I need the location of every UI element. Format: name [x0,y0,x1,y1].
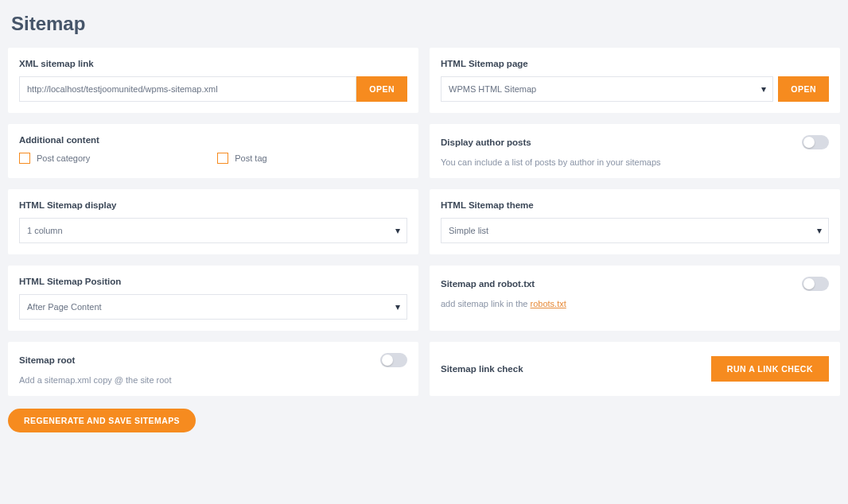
xml-sitemap-open-button[interactable]: Open [356,76,407,102]
checkbox-post-category-label: Post category [37,153,90,163]
label-xml-sitemap-link: XML sitemap link [19,59,407,68]
card-display-author-posts: Display author posts You can include a l… [430,124,840,178]
card-html-sitemap-theme: HTML Sitemap theme Simple list [430,189,840,254]
label-sitemap-robot: Sitemap and robot.txt [441,279,535,289]
card-xml-sitemap-link: XML sitemap link Open [8,48,418,113]
label-html-sitemap-theme: HTML Sitemap theme [441,200,829,210]
desc-display-author-posts: You can include a list of posts by autho… [441,157,829,167]
card-html-sitemap-display: HTML Sitemap display 1 column [8,189,418,254]
label-additional-content: Additional content [19,135,407,145]
robots-txt-link[interactable]: robots.txt [531,299,566,308]
html-sitemap-theme-select[interactable]: Simple list [441,218,829,243]
label-html-sitemap-display: HTML Sitemap display [19,200,407,210]
toggle-display-author-posts[interactable] [802,135,829,149]
html-sitemap-open-button[interactable]: Open [778,76,829,102]
html-sitemap-position-select[interactable]: After Page Content [19,294,407,320]
card-sitemap-robot: Sitemap and robot.txt add sitemap link i… [430,266,840,331]
label-html-sitemap-page: HTML Sitemap page [441,59,829,68]
card-sitemap-root: Sitemap root Add a sitemap.xml copy @ th… [8,342,418,396]
desc-sitemap-robot: add sitemap link in the robots.txt [441,299,829,308]
run-link-check-button[interactable]: Run a link check [711,356,829,382]
html-sitemap-theme-selected: Simple list [449,226,488,235]
xml-sitemap-link-input[interactable] [19,76,356,102]
label-sitemap-root: Sitemap root [19,355,75,365]
label-sitemap-link-check: Sitemap link check [441,364,523,374]
checkbox-post-category[interactable]: Post category [19,153,90,164]
card-html-sitemap-page: HTML Sitemap page WPMS HTML Sitemap Open [430,48,840,113]
card-additional-content: Additional content Post category Post ta… [8,124,418,178]
toggle-sitemap-robot[interactable] [802,277,829,291]
label-html-sitemap-position: HTML Sitemap Position [19,277,407,286]
card-sitemap-link-check: Sitemap link check Run a link check [430,342,840,396]
desc-sitemap-robot-prefix: add sitemap link in the [441,299,531,308]
toggle-sitemap-root[interactable] [380,353,407,367]
html-sitemap-display-select[interactable]: 1 column [19,218,407,243]
card-html-sitemap-position: HTML Sitemap Position After Page Content [8,266,418,331]
label-display-author-posts: Display author posts [441,138,531,147]
html-sitemap-page-selected: WPMS HTML Sitemap [449,84,536,94]
regenerate-save-sitemaps-button[interactable]: Regenerate and save sitemaps [8,409,196,432]
html-sitemap-page-select[interactable]: WPMS HTML Sitemap [441,76,773,102]
html-sitemap-position-selected: After Page Content [27,302,102,312]
html-sitemap-display-selected: 1 column [27,226,63,235]
checkbox-icon [217,153,228,164]
page-title: Sitemap [11,13,840,35]
desc-sitemap-root: Add a sitemap.xml copy @ the site root [19,375,407,385]
checkbox-post-tag[interactable]: Post tag [217,153,266,164]
checkbox-icon [19,153,30,164]
checkbox-post-tag-label: Post tag [235,153,266,163]
